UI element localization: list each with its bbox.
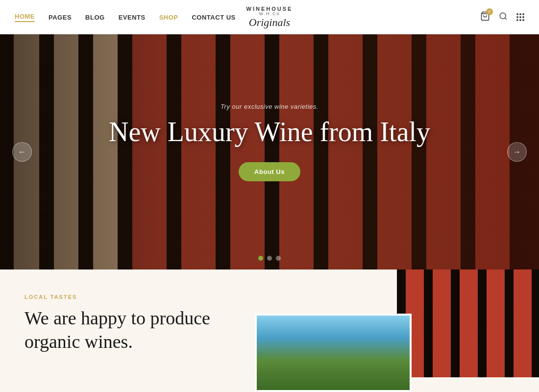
nav-blog[interactable]: BLOG bbox=[85, 14, 105, 21]
nav-contact[interactable]: CONTACT US bbox=[192, 14, 235, 21]
svg-line-2 bbox=[505, 18, 506, 19]
lower-heading: We are happy to produce organic wines. bbox=[24, 307, 250, 353]
hero-dot-3[interactable] bbox=[276, 256, 281, 261]
search-icon[interactable] bbox=[499, 12, 508, 23]
hero-title: New Luxury Wine from Italy bbox=[109, 116, 430, 147]
nav-pages[interactable]: PAGES bbox=[49, 14, 72, 21]
bottles-image bbox=[397, 270, 539, 377]
main-nav: HOME PAGES BLOG EVENTS SHOP CONTACT US bbox=[15, 13, 236, 22]
local-tastes-tag: LOCAL TASTES bbox=[24, 294, 250, 300]
cart-icon[interactable]: 0 bbox=[480, 11, 490, 24]
hero-prev-button[interactable]: ← bbox=[12, 142, 32, 162]
hero-content: Try our exclusive wine varieties. New Lu… bbox=[0, 34, 539, 270]
svg-point-1 bbox=[500, 13, 506, 19]
hero-section: Try our exclusive wine varieties. New Lu… bbox=[0, 34, 539, 270]
hero-cta-button[interactable]: About Us bbox=[239, 162, 300, 181]
nav-shop[interactable]: SHOP bbox=[159, 14, 178, 21]
nav-home[interactable]: HOME bbox=[15, 13, 35, 22]
logo-script-text: Originals bbox=[246, 17, 293, 28]
hero-pagination bbox=[258, 256, 281, 261]
hero-tagline: Try our exclusive wine varieties. bbox=[220, 103, 318, 110]
hero-dot-2[interactable] bbox=[267, 256, 272, 261]
vineyard-image bbox=[255, 314, 412, 392]
site-logo[interactable]: WINEHOUSE W.H.Co Originals bbox=[246, 6, 293, 28]
grid-menu-icon[interactable] bbox=[516, 13, 524, 21]
hero-dot-1[interactable] bbox=[258, 256, 263, 261]
cart-count: 0 bbox=[486, 8, 493, 15]
lower-text-block: LOCAL TASTES We are happy to produce org… bbox=[24, 289, 250, 353]
header: HOME PAGES BLOG EVENTS SHOP CONTACT US W… bbox=[0, 0, 539, 34]
hero-next-button[interactable]: → bbox=[507, 142, 527, 162]
header-icons: 0 bbox=[480, 11, 524, 24]
lower-heading-line2: organic wines. bbox=[24, 331, 133, 352]
nav-events[interactable]: EVENTS bbox=[119, 14, 146, 21]
arrow-right-icon: → bbox=[513, 147, 521, 156]
lower-section: LOCAL TASTES We are happy to produce org… bbox=[0, 270, 539, 392]
lower-heading-line1: We are happy to produce bbox=[24, 308, 210, 328]
arrow-left-icon: ← bbox=[18, 147, 26, 156]
lower-images bbox=[255, 270, 539, 392]
